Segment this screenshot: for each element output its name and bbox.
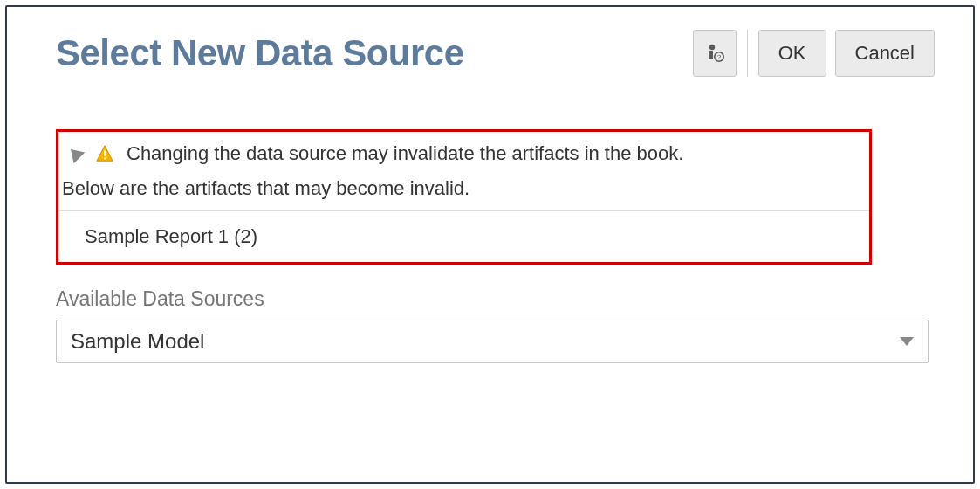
warning-panel: Changing the data source may invalidate …	[56, 129, 872, 265]
warning-headline: Changing the data source may invalidate …	[127, 142, 683, 165]
cancel-button[interactable]: Cancel	[835, 30, 935, 77]
button-separator	[747, 30, 748, 77]
ok-button[interactable]: OK	[758, 30, 826, 77]
dialog-button-bar: ? OK Cancel	[693, 30, 935, 77]
collapse-toggle-icon[interactable]	[65, 144, 86, 164]
person-help-icon: ?	[704, 43, 725, 64]
data-source-selected-value: Sample Model	[71, 329, 204, 354]
dialog-header: Select New Data Source ? OK Cancel	[56, 30, 935, 77]
dialog-title: Select New Data Source	[56, 32, 464, 74]
svg-point-0	[709, 45, 715, 50]
invalid-artifact-item: Sample Report 1 (2)	[58, 211, 869, 255]
available-data-sources-label: Available Data Sources	[56, 287, 935, 311]
svg-rect-5	[104, 150, 106, 155]
warning-header-row: Changing the data source may invalidate …	[58, 141, 869, 177]
select-new-data-source-dialog: Select New Data Source ? OK Cancel	[5, 5, 975, 484]
svg-text:?: ?	[716, 53, 721, 61]
chevron-down-icon	[900, 337, 914, 346]
help-person-button[interactable]: ?	[693, 30, 737, 77]
data-source-select[interactable]: Sample Model	[56, 320, 929, 363]
svg-rect-1	[709, 51, 713, 59]
warning-icon	[95, 144, 114, 163]
svg-rect-6	[104, 158, 106, 160]
warning-subline: Below are the artifacts that may become …	[58, 177, 869, 211]
